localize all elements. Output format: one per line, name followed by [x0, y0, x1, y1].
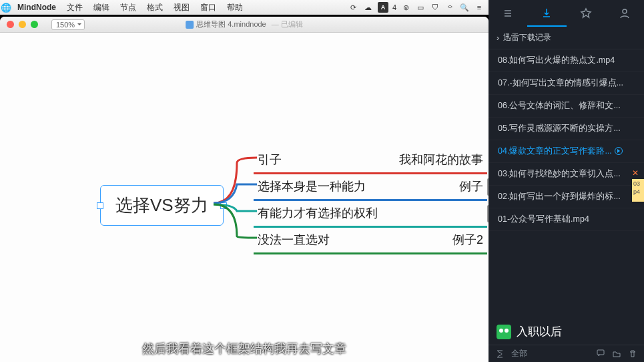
status-label: 全部 [511, 348, 527, 359]
window-titlebar: 150% 思维导图 4.mindnode — 已编辑 [0, 17, 489, 33]
trash-icon[interactable] [628, 349, 637, 359]
list-item-selected[interactable]: 04.爆款文章的正文写作套路... [489, 140, 644, 163]
list-item[interactable]: 01-公众号写作基础.mp4 [489, 208, 644, 231]
branch-label: 没法一直选对 [254, 232, 334, 248]
section-header[interactable]: › 迅雷下载记录 [489, 27, 644, 49]
wifi-icon[interactable]: ⌔ [444, 2, 455, 13]
hourglass-icon [495, 349, 505, 359]
cloud-icon[interactable]: ☁︎ [363, 2, 374, 13]
branch-label: 有能力才有选择的权利 [254, 205, 382, 221]
list-item[interactable]: 08.如何写出火爆的热点文.mp4 [489, 49, 644, 72]
battery-icon[interactable]: ▭ [415, 2, 426, 13]
video-subtitle: 然后我看着这个框架结构我再去写文章 [142, 341, 346, 357]
item-text: 03.如何寻找绝妙的文章切入点... [498, 169, 621, 178]
brand-name: 入职以后 [517, 324, 562, 339]
menu-window[interactable]: 窗口 [195, 2, 222, 13]
adobe-icon[interactable]: A [378, 2, 388, 13]
node-handle-left[interactable] [97, 202, 103, 209]
status-bar: 全部 [489, 345, 644, 362]
adobe-badge: 4 [392, 3, 396, 11]
branch-connectors [200, 143, 260, 256]
menu-format[interactable]: 格式 [141, 2, 168, 13]
document-edited-label: — 已编辑 [272, 19, 303, 29]
branch-node-3[interactable]: 有能力才有选择的权利 找 [254, 201, 487, 228]
wechat-icon [497, 325, 511, 339]
branch-sublabel: 例子 [455, 178, 487, 194]
tab-list[interactable] [489, 0, 527, 27]
list-item[interactable]: 05.写作灵感源源不断的实操方... [489, 118, 644, 140]
download-icon [541, 7, 553, 19]
apple-menu-icon[interactable]: 🌐 [0, 3, 12, 13]
creative-cloud-icon[interactable]: ⊚ [400, 2, 411, 13]
svg-point-0 [623, 9, 627, 13]
branch-sublabel: 我和阿花的故事 [395, 152, 487, 168]
shield-icon[interactable]: ⛉ [430, 2, 440, 13]
document-icon [186, 21, 194, 29]
menu-view[interactable]: 视图 [168, 2, 195, 13]
list-icon [502, 7, 514, 19]
sync-icon[interactable]: ⟳ [348, 2, 359, 13]
branch-node-1[interactable]: 引子 我和阿花的故事 [254, 148, 487, 174]
folder-icon[interactable] [612, 349, 621, 359]
chat-icon[interactable] [596, 348, 605, 357]
menu-node[interactable]: 节点 [115, 2, 141, 13]
download-list: 08.如何写出火爆的热点文.mp4 07.-如何写出文章的情感引爆点... 06… [489, 49, 644, 231]
menu-file[interactable]: 文件 [61, 2, 88, 13]
branch-node-4[interactable]: 没法一直选对 例子2 [254, 228, 487, 254]
sidebar-tabs [489, 0, 644, 27]
user-icon [619, 7, 631, 19]
menu-edit[interactable]: 编辑 [88, 2, 115, 13]
zoom-dropdown[interactable]: 150% [51, 19, 85, 30]
document-title: 思维导图 4.mindnode [196, 19, 266, 29]
root-node-text: 选择VS努力 [115, 195, 208, 215]
list-item[interactable]: 06.公号文体的词汇、修辞和文... [489, 95, 644, 118]
item-text: 04.爆款文章的正文写作套路... [498, 146, 612, 156]
tab-account[interactable] [605, 0, 644, 27]
search-icon[interactable]: 🔍 [459, 2, 470, 13]
minimize-window-button[interactable] [19, 21, 26, 28]
zoom-window-button[interactable] [31, 21, 38, 28]
list-item[interactable]: 07.-如何写出文章的情感引爆点... [489, 72, 644, 95]
close-window-button[interactable] [7, 21, 14, 28]
mindmap-canvas[interactable]: 选择VS努力 引子 我和阿花的故事 选择本身是一种能力 例子 [0, 33, 489, 362]
svg-rect-1 [597, 350, 604, 355]
list-item[interactable]: 03.如何寻找绝妙的文章切入点... ✕ [489, 163, 644, 186]
brand-row: 入职以后 [489, 317, 644, 345]
sticky-note[interactable]: 03 p4 [632, 179, 644, 202]
app-name[interactable]: MindNode [12, 3, 61, 12]
branch-node-2[interactable]: 选择本身是一种能力 例子 [254, 174, 487, 201]
tab-favorites[interactable] [567, 0, 605, 27]
branch-label: 引子 [254, 152, 286, 168]
chevron-right-icon: › [497, 33, 499, 43]
list-item[interactable]: 02.如何写出一个好到爆炸的标... [489, 186, 644, 208]
tab-downloads[interactable] [527, 0, 566, 27]
branch-sublabel: 例子2 [448, 232, 487, 248]
section-title: 迅雷下载记录 [503, 32, 551, 43]
mindnode-window: 150% 思维导图 4.mindnode — 已编辑 选择VS努力 [0, 17, 489, 362]
menu-help[interactable]: 帮助 [222, 2, 248, 13]
download-sidebar: › 迅雷下载记录 08.如何写出火爆的热点文.mp4 07.-如何写出文章的情感… [489, 0, 644, 362]
notification-icon[interactable]: ≡ [474, 2, 485, 13]
star-icon [580, 7, 592, 19]
play-icon [615, 147, 623, 155]
mac-menubar: 🌐 MindNode 文件 编辑 节点 格式 视图 窗口 帮助 ⟳ ☁︎ A 4… [0, 0, 489, 15]
close-icon[interactable]: ✕ [632, 168, 639, 178]
branch-label: 选择本身是一种能力 [254, 178, 370, 194]
